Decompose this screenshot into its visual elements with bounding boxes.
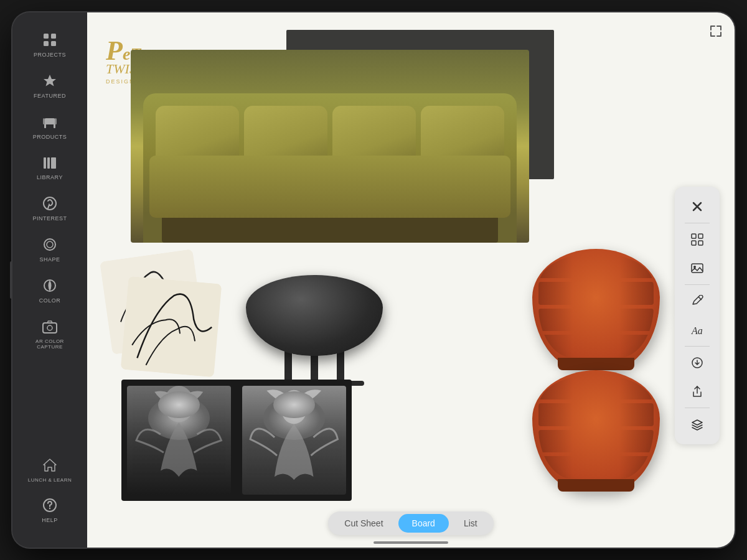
svg-point-18	[47, 325, 52, 330]
chair-channel	[538, 335, 654, 358]
sidebar-item-projects[interactable]: PROJECTS	[22, 25, 78, 63]
svg-rect-23	[692, 234, 696, 238]
sidebar-item-ar-color[interactable]: AR COLOR CAPTURE	[22, 312, 78, 355]
chair-channels-1	[538, 255, 654, 358]
tool-divider-2	[685, 284, 710, 285]
svg-rect-3	[51, 41, 56, 46]
layers-button[interactable]	[681, 411, 713, 438]
armchair-2-image[interactable]	[532, 370, 660, 492]
sidebar-item-help[interactable]: HELP	[22, 490, 78, 529]
sofa-shape	[143, 93, 517, 243]
sofa-image[interactable]	[131, 50, 529, 243]
svg-rect-1	[51, 34, 56, 39]
svg-rect-11	[47, 157, 50, 169]
tab-board[interactable]: Board	[398, 514, 449, 533]
armchair-1-image[interactable]	[532, 249, 660, 370]
chair-channel	[538, 456, 654, 479]
shape-icon	[40, 235, 60, 254]
svg-point-22	[281, 390, 308, 424]
tool-divider-1	[685, 223, 710, 223]
camera-icon	[40, 317, 60, 337]
svg-rect-10	[44, 157, 46, 169]
home-indicator	[374, 541, 448, 544]
close-button[interactable]	[681, 193, 713, 220]
sidebar-item-products[interactable]: PRODUCTS	[22, 107, 78, 146]
svg-text:Aa: Aa	[691, 325, 703, 336]
download-button[interactable]	[681, 349, 713, 376]
chair-channel	[538, 255, 654, 278]
sidebar: PROJECTS FEATURED PRODUCTS	[12, 12, 87, 548]
edit-button[interactable]	[681, 287, 713, 315]
sidebar-item-library[interactable]: LIBRARY	[22, 147, 78, 186]
sofa-legs	[162, 218, 498, 243]
svg-rect-24	[698, 234, 703, 238]
sofa-seat	[149, 156, 510, 218]
right-tool-panel: Aa	[675, 187, 720, 444]
svg-point-21	[164, 386, 194, 422]
svg-rect-12	[51, 157, 56, 169]
tab-group: Cut Sheet Board List	[328, 511, 493, 535]
side-button[interactable]	[10, 261, 12, 299]
table-leg-3	[337, 350, 344, 381]
chair-channel	[538, 376, 654, 399]
art-figure-2	[242, 386, 346, 495]
svg-rect-9	[55, 118, 57, 124]
board-canvas: PeT TWIST DESIGN LLC	[87, 12, 735, 548]
image-view-button[interactable]	[681, 254, 713, 282]
house-icon	[40, 455, 60, 475]
main-area: PeT TWIST DESIGN LLC	[87, 12, 735, 548]
chair-shape-1	[532, 249, 660, 370]
chair-channel	[538, 403, 654, 426]
chair-icon	[40, 112, 60, 132]
svg-rect-25	[692, 241, 696, 245]
table-bowl	[246, 275, 383, 356]
chair-channel	[538, 309, 654, 332]
chair-channels-2	[538, 376, 654, 479]
sidebar-item-color[interactable]: COLOR	[22, 271, 78, 309]
artwork-image[interactable]	[121, 380, 352, 501]
pillows-image[interactable]	[106, 255, 227, 383]
tab-cut-sheet[interactable]: Cut Sheet	[331, 514, 397, 533]
svg-point-14	[44, 239, 55, 250]
tab-list[interactable]: List	[450, 514, 491, 533]
expand-button[interactable]	[707, 22, 725, 40]
sidebar-item-shape[interactable]: SHAPE	[22, 230, 78, 268]
pinterest-icon	[40, 194, 60, 213]
question-icon	[40, 495, 60, 515]
svg-point-20	[49, 508, 50, 509]
svg-rect-2	[44, 41, 49, 46]
coffee-table-image[interactable]	[237, 261, 392, 386]
table-leg-1	[284, 350, 292, 381]
svg-marker-4	[44, 75, 56, 86]
sidebar-item-featured[interactable]: FEATURED	[22, 66, 78, 105]
star-icon	[40, 71, 60, 91]
tool-divider-4	[685, 408, 710, 408]
svg-rect-8	[43, 118, 45, 124]
font-button[interactable]: Aa	[681, 316, 713, 343]
color-icon	[40, 276, 60, 296]
grid-icon	[40, 30, 60, 50]
chair-channel	[538, 430, 654, 453]
svg-rect-26	[698, 241, 703, 245]
pillow-2	[121, 276, 222, 378]
sidebar-item-pinterest[interactable]: PINTEREST	[22, 189, 78, 227]
svg-rect-17	[43, 323, 57, 333]
library-icon	[40, 152, 60, 172]
bottom-tab-bar: Cut Sheet Board List	[87, 511, 735, 535]
art-figure-1	[127, 386, 231, 495]
chair-shape-2	[532, 370, 660, 492]
tablet-frame: PROJECTS FEATURED PRODUCTS	[12, 12, 735, 548]
grid-view-button[interactable]	[681, 226, 713, 253]
svg-rect-27	[692, 264, 703, 273]
sidebar-item-lunch-learn[interactable]: LUNCH & LEARN	[22, 450, 78, 488]
share-button[interactable]	[681, 378, 713, 405]
tool-divider-3	[685, 346, 710, 347]
chair-channel	[538, 282, 654, 305]
svg-rect-0	[44, 34, 49, 39]
chair-base-1	[558, 358, 634, 370]
svg-point-15	[47, 241, 53, 248]
chair-base-2	[558, 479, 634, 492]
